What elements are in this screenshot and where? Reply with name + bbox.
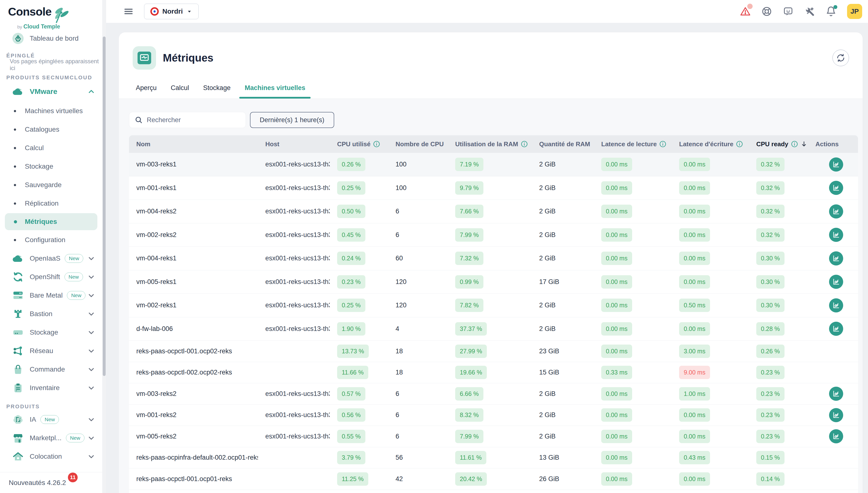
- view-metrics-button[interactable]: [829, 275, 843, 289]
- user-avatar[interactable]: JP: [847, 4, 862, 19]
- feedback-chat-icon[interactable]: [783, 6, 793, 17]
- view-metrics-button[interactable]: [829, 228, 843, 242]
- view-metrics-button[interactable]: [829, 205, 843, 218]
- chevron-down-icon: [87, 254, 96, 262]
- table-row[interactable]: vm-004-reks1esx001-reks-ucs13-th3s0.24 %…: [129, 247, 858, 270]
- table-row[interactable]: reks-paas-ocpctl-001.ocp02-reks13.73 %18…: [129, 341, 858, 362]
- view-metrics-button[interactable]: [829, 251, 843, 265]
- column-header-nom[interactable]: Nom: [129, 141, 258, 148]
- table-row[interactable]: vm-004-reks2esx001-reks-ucs13-th3s0.50 %…: [129, 200, 858, 223]
- sidebar-item-openshift[interactable]: OpenShiftNew: [0, 268, 102, 286]
- sidebar-item-machines-virtuelles[interactable]: Machines virtuelles: [0, 102, 102, 120]
- view-metrics-button[interactable]: [829, 387, 843, 401]
- time-range-button[interactable]: Dernière(s) 1 heure(s): [250, 112, 334, 128]
- cell-host: esx001-reks-ucs13-th3s: [258, 255, 330, 262]
- column-header-quantit-de-ram[interactable]: Quantité de RAM: [532, 141, 594, 148]
- column-header-latence-d-criture[interactable]: Latence d'écriture: [672, 141, 749, 148]
- search-input[interactable]: [147, 116, 240, 124]
- cell-read-latency: 0.33 ms: [594, 366, 672, 379]
- cell-cpu-count: 6: [388, 390, 448, 398]
- notifications-bell-icon[interactable]: [826, 6, 837, 17]
- store-icon: [12, 432, 24, 444]
- metric-badge: 0.00 ms: [601, 275, 632, 288]
- sidebar-item-m-triques[interactable]: Métriques: [5, 213, 97, 230]
- info-icon: [521, 141, 528, 148]
- cell-actions: [808, 408, 858, 422]
- sidebar-item-ia[interactable]: IANew: [0, 410, 102, 429]
- cell-actions: [808, 429, 858, 443]
- table-row[interactable]: reks-paas-ocpinfra-default-002.ocp01-rek…: [129, 447, 858, 469]
- tab-calcul[interactable]: Calcul: [166, 78, 194, 99]
- table-row[interactable]: d-fw-lab-006esx001-reks-ucs13-th3s1.90 %…: [129, 317, 858, 341]
- column-header-nombre-de-cpu[interactable]: Nombre de CPU: [388, 141, 448, 148]
- refresh-icon: [836, 53, 845, 63]
- table-row[interactable]: reks-paas-ocpctl-001.ocp01-reks11.25 %42…: [129, 468, 858, 490]
- cell-read-latency: 0.00 ms: [594, 322, 672, 336]
- sidebar-item-r-plication[interactable]: Réplication: [0, 194, 102, 213]
- sidebar-item-inventaire[interactable]: Inventaire: [0, 379, 102, 397]
- cell-write-latency: 0.00 ms: [672, 430, 749, 443]
- metric-badge: 0.00 ms: [601, 322, 632, 336]
- tools-icon[interactable]: [804, 6, 815, 17]
- table-row[interactable]: vm-002-reks1esx001-reks-ucs13-th3s0.25 %…: [129, 294, 858, 317]
- column-header-actions[interactable]: Actions: [808, 141, 858, 148]
- support-lifebuoy-icon[interactable]: [761, 6, 772, 17]
- cell-ram-used: 7.32 %: [448, 252, 532, 265]
- whats-new-link[interactable]: Nouveautés 4.26.2 11: [9, 479, 66, 487]
- sidebar-item-configuration[interactable]: Configuration: [0, 231, 102, 249]
- sidebar-item-commande[interactable]: Commande: [0, 360, 102, 379]
- column-header-cpu-utilis-[interactable]: CPU utilisé: [330, 141, 388, 148]
- sidebar-item-calcul[interactable]: Calcul: [0, 139, 102, 157]
- sidebar-item-marketpl-[interactable]: Marketpl...New: [0, 429, 102, 447]
- table-row[interactable]: vm-002-reks2esx001-reks-ucs13-th3s0.45 %…: [129, 223, 858, 247]
- sidebar-item-stockage[interactable]: Stockage: [0, 323, 102, 342]
- cell-read-latency: 0.00 ms: [594, 181, 672, 195]
- sidebar-scrollbar[interactable]: [102, 0, 106, 493]
- view-metrics-button[interactable]: [829, 157, 843, 172]
- cell-cpu-ready: 0.32 %: [749, 181, 808, 195]
- tab-machines-virtuelles[interactable]: Machines virtuelles: [239, 78, 311, 99]
- alerts-warning-icon[interactable]: [740, 6, 751, 17]
- sidebar-item-catalogues[interactable]: Catalogues: [0, 120, 102, 139]
- table-row[interactable]: vm-001-reks2esx001-reks-ucs13-th3s0.56 %…: [129, 405, 858, 426]
- column-header-cpu-ready[interactable]: CPU ready: [749, 141, 808, 148]
- metric-badge: 7.32 %: [455, 252, 483, 265]
- sidebar-item-stockage[interactable]: Stockage: [0, 157, 102, 176]
- tab-aper-u[interactable]: Aperçu: [130, 78, 162, 99]
- cell-cpu-ready: 0.14 %: [749, 472, 808, 486]
- column-header-utilisation-de-la-ram[interactable]: Utilisation de la RAM: [448, 141, 532, 148]
- sidebar-item-vmware[interactable]: VMware: [0, 81, 102, 102]
- table-row[interactable]: vm-003-reks2esx001-reks-ucs13-th3s0.57 %…: [129, 383, 858, 405]
- view-metrics-button[interactable]: [829, 408, 843, 422]
- chevron-down-icon: [87, 415, 96, 424]
- refresh-button[interactable]: [832, 50, 849, 66]
- table-row[interactable]: reks-paas-ocpctl-002.ocp02-reks11.66 %18…: [129, 362, 858, 384]
- cell-read-latency: 0.00 ms: [594, 205, 672, 218]
- table-row[interactable]: vm-005-reks1esx001-reks-ucs13-th3s0.23 %…: [129, 270, 858, 294]
- view-metrics-button[interactable]: [829, 429, 843, 443]
- table-row[interactable]: vm-006-reks1esx001-reks-ucs13-th3s0.50 %…: [129, 490, 858, 493]
- tab-stockage[interactable]: Stockage: [198, 78, 236, 99]
- cell-actions: [808, 322, 858, 336]
- view-metrics-button[interactable]: [829, 181, 843, 195]
- tenant-selector[interactable]: Nordri: [144, 4, 198, 19]
- column-header-host[interactable]: Host: [258, 141, 330, 148]
- metric-badge: 27.99 %: [455, 345, 487, 358]
- sidebar-item-bare-metal[interactable]: Bare MetalNew: [0, 286, 102, 305]
- table-row[interactable]: vm-005-reks2esx001-reks-ucs13-th3s0.55 %…: [129, 426, 858, 447]
- sidebar-item-bastion[interactable]: Bastion: [0, 305, 102, 323]
- table-row[interactable]: vm-003-reks1esx001-reks-ucs13-th3s0.26 %…: [129, 153, 858, 176]
- view-metrics-button[interactable]: [829, 322, 843, 336]
- view-metrics-button[interactable]: [829, 298, 843, 313]
- sidebar-item-dashboard[interactable]: Tableau de bord: [0, 29, 102, 48]
- sidebar-item-r-seau[interactable]: Réseau: [0, 342, 102, 360]
- sidebar-scrollbar-thumb[interactable]: [103, 37, 106, 376]
- menu-icon[interactable]: [123, 6, 134, 17]
- sidebar-item-sauvegarde[interactable]: Sauvegarde: [0, 176, 102, 194]
- cell-cpu-count: 6: [388, 231, 448, 239]
- table-row[interactable]: vm-001-reks1esx001-reks-ucs13-th3s0.25 %…: [129, 176, 858, 200]
- info-icon: [373, 141, 380, 148]
- column-header-latence-de-lecture[interactable]: Latence de lecture: [594, 141, 672, 148]
- sidebar-item-openiaas[interactable]: OpenIaaSNew: [0, 249, 102, 268]
- sidebar-item-colocation[interactable]: Colocation: [0, 447, 102, 466]
